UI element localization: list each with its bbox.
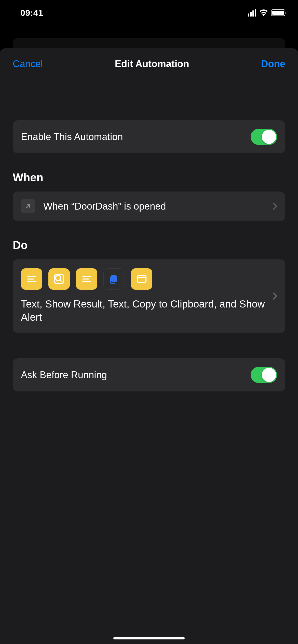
when-group: When “DoorDash” is opened [13,192,285,221]
do-section-header: Do [13,239,285,252]
open-app-icon [21,199,35,213]
enable-label: Enable This Automation [21,131,251,142]
home-indicator[interactable] [113,637,185,639]
when-section-header: When [13,171,285,184]
text-action-icon [21,268,42,290]
text-action-icon [76,268,97,290]
chevron-right-icon [273,292,277,300]
actions-summary: Text, Show Result, Text, Copy to Clipboa… [21,297,267,324]
show-result-action-icon [48,268,70,290]
status-time: 09:41 [20,8,43,18]
trigger-row[interactable]: When “DoorDash” is opened [13,192,285,221]
nav-bar: Cancel Edit Automation Done [0,48,298,77]
enable-automation-row: Enable This Automation [13,120,285,153]
svg-rect-9 [137,276,146,283]
wifi-icon [259,9,268,16]
ask-group: Ask Before Running [13,358,285,391]
copy-clipboard-action-icon [103,268,125,290]
status-indicators [248,9,285,17]
page-title: Edit Automation [115,58,189,69]
ask-label: Ask Before Running [21,370,251,380]
trigger-text: When “DoorDash” is opened [43,201,264,212]
ask-before-running-toggle[interactable] [251,367,277,383]
svg-line-4 [60,280,62,282]
done-button[interactable]: Done [261,58,285,69]
enable-group: Enable This Automation [13,120,285,153]
do-group: Text, Show Result, Text, Copy to Clipboa… [13,259,285,333]
battery-icon [271,9,285,16]
status-bar: 09:41 [0,0,298,25]
chevron-right-icon [273,202,277,210]
enable-automation-toggle[interactable] [251,129,277,145]
actions-row[interactable]: Text, Show Result, Text, Copy to Clipboa… [13,259,285,333]
action-icons-row [21,268,267,290]
edit-automation-sheet: Cancel Edit Automation Done Enable This … [0,48,298,644]
ask-before-running-row: Ask Before Running [13,358,285,391]
show-alert-action-icon [131,268,152,290]
cancel-button[interactable]: Cancel [13,58,43,69]
cellular-signal-icon [248,9,256,17]
